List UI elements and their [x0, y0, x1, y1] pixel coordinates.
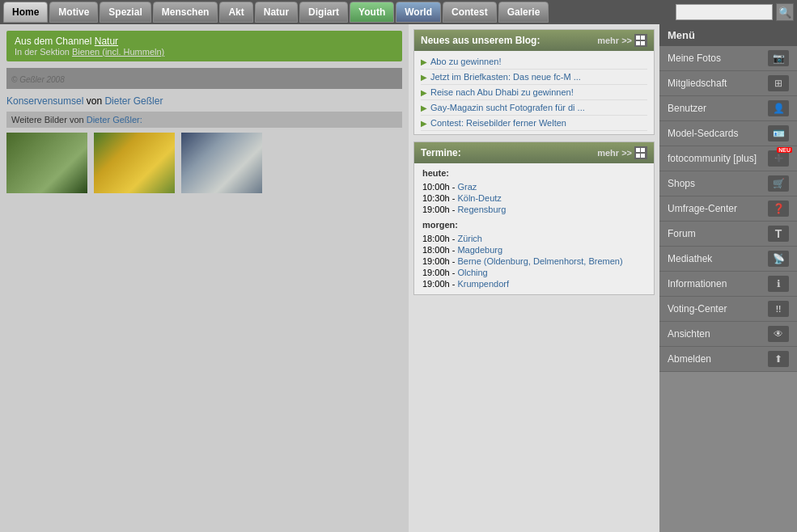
- termine-city-m3[interactable]: Olching: [457, 268, 487, 277]
- sidebar-item-voting[interactable]: Voting-Center !!: [659, 297, 797, 322]
- termine-header: Termine: mehr >>: [414, 142, 654, 163]
- blog-item-2: ▶ Reise nach Abu Dhabi zu gewinnen!: [421, 85, 647, 100]
- termine-city-h2[interactable]: Regensburg: [457, 205, 506, 214]
- nav-tabs: Home Motive Spezial Menschen Akt Natur D…: [3, 2, 549, 23]
- sidebar-label-ansichten: Ansichten: [668, 328, 768, 340]
- blog-link-0[interactable]: Abo zu gewinnen!: [430, 57, 501, 66]
- search-button[interactable]: 🔍: [776, 3, 794, 21]
- section-link[interactable]: Bienen (incl. Hummeln): [72, 47, 164, 57]
- sidebar-item-umfrage[interactable]: Umfrage-Center ❓: [659, 196, 797, 222]
- termine-heute-1: 10:30h - Köln-Deutz: [422, 192, 646, 204]
- termine-city-h1[interactable]: Köln-Deutz: [457, 193, 501, 203]
- sidebar-item-forum[interactable]: Forum T: [659, 222, 797, 247]
- sidebar-icon-ansichten: 👁: [768, 326, 789, 342]
- termine-morgen-2: 19:00h - Berne (Oldenburg, Delmenhorst, …: [422, 255, 646, 267]
- sidebar-icon-model-sedcards: 🪪: [768, 125, 789, 141]
- blog-mehr-label: mehr >>: [597, 36, 632, 45]
- sidebar-item-shops[interactable]: Shops 🛒: [659, 171, 797, 196]
- more-photos-author-link[interactable]: Dieter Geßler:: [87, 115, 142, 125]
- nav-tab-youth[interactable]: Youth: [350, 2, 394, 23]
- arrow-icon-2: ▶: [421, 88, 427, 97]
- heute-label: heute:: [422, 168, 646, 178]
- termine-morgen-3: 19:00h - Olching: [422, 267, 646, 278]
- channel-bar: Aus dem Channel Natur In der Sektion Bie…: [6, 31, 402, 61]
- sidebar-label-fotocommunity: fotocommunity [plus]: [668, 153, 768, 164]
- nav-tab-world[interactable]: World: [396, 2, 441, 23]
- nav-tab-motive[interactable]: Motive: [49, 2, 98, 23]
- termine-city-m2[interactable]: Berne (Oldenburg, Delmenhorst, Bremen): [457, 256, 622, 266]
- termine-grid-icon: [634, 146, 647, 159]
- sidebar-label-forum: Forum: [668, 228, 768, 239]
- sidebar-item-mediathek[interactable]: Mediathek 📡: [659, 247, 797, 272]
- arrow-icon-1: ▶: [421, 73, 427, 82]
- blog-link-2[interactable]: Reise nach Abu Dhabi zu gewinnen!: [430, 87, 574, 97]
- sidebar-label-abmelden: Abmelden: [668, 353, 768, 365]
- section-prefix: In der Sektion: [15, 47, 72, 57]
- nav-tab-contest[interactable]: Contest: [443, 2, 497, 23]
- termine-morgen-4: 19:00h - Krumpendorf: [422, 278, 646, 289]
- author-name-link[interactable]: Dieter Geßler: [104, 95, 163, 107]
- morgen-label: morgen:: [422, 220, 646, 230]
- sidebar-title: Menü: [659, 24, 797, 46]
- sidebar-item-fotocommunity[interactable]: fotocommunity [plus] ➕ NEU: [659, 146, 797, 171]
- nav-tab-akt[interactable]: Akt: [219, 2, 252, 23]
- channel-link[interactable]: Natur: [95, 36, 118, 47]
- blog-link-3[interactable]: Gay-Magazin sucht Fotografen für di ...: [430, 103, 585, 112]
- nav-tab-natur[interactable]: Natur: [255, 2, 298, 23]
- termine-heute-2: 19:00h - Regensburg: [422, 204, 646, 215]
- neu-badge: NEU: [777, 147, 792, 153]
- image-credit: © Geßler 2008: [11, 75, 397, 84]
- search-input[interactable]: [676, 4, 773, 20]
- thumbnails-row: [6, 133, 402, 193]
- top-navigation: Home Motive Spezial Menschen Akt Natur D…: [0, 0, 797, 24]
- termine-time-m2: 19:00h -: [422, 256, 457, 266]
- nav-tab-digiart[interactable]: Digiart: [299, 2, 348, 23]
- termine-city-h0[interactable]: Graz: [457, 182, 477, 192]
- sidebar-icon-mediathek: 📡: [768, 251, 789, 267]
- termine-body: heute: 10:00h - Graz 10:30h - Köln-Deutz…: [414, 163, 654, 294]
- main-image-container: © Geßler 2008: [6, 68, 402, 89]
- thumbnail-2[interactable]: [94, 133, 175, 193]
- sidebar-item-informationen[interactable]: Informationen ℹ: [659, 272, 797, 297]
- nav-tab-galerie[interactable]: Galerie: [498, 2, 549, 23]
- thumbnail-3[interactable]: [181, 133, 262, 193]
- arrow-icon-0: ▶: [421, 57, 427, 66]
- termine-mehr-link[interactable]: mehr >>: [597, 146, 647, 159]
- photo-title-link[interactable]: Konservensumsel: [6, 95, 83, 107]
- blog-title: Neues aus unserem Blog:: [421, 35, 540, 46]
- blog-mehr-link[interactable]: mehr >>: [597, 34, 647, 47]
- sidebar-item-abmelden[interactable]: Abmelden ⬆: [659, 347, 797, 372]
- termine-title: Termine:: [421, 147, 461, 158]
- blog-link-1[interactable]: Jetzt im Briefkasten: Das neue fc-M ...: [430, 72, 581, 82]
- middle-content: Neues aus unserem Blog: mehr >> ▶ Abo zu…: [409, 24, 659, 532]
- sidebar-label-umfrage: Umfrage-Center: [668, 203, 768, 214]
- nav-tab-home[interactable]: Home: [3, 2, 48, 23]
- sidebar-item-model-sedcards[interactable]: Model-Sedcards 🪪: [659, 121, 797, 146]
- sidebar-item-meine-fotos[interactable]: Meine Fotos 📷: [659, 46, 797, 71]
- sidebar-icon-mitgliedschaft: ⊞: [768, 75, 789, 91]
- sidebar-item-benutzer[interactable]: Benutzer 👤: [659, 96, 797, 121]
- search-area: 🔍: [676, 3, 794, 21]
- termine-city-m0[interactable]: Zürich: [457, 234, 482, 243]
- sidebar-icon-fotocommunity: ➕ NEU: [768, 150, 789, 167]
- nav-tab-spezial[interactable]: Spezial: [100, 2, 150, 23]
- blog-item-0: ▶ Abo zu gewinnen!: [421, 54, 647, 70]
- sidebar-icon-umfrage: ❓: [768, 201, 789, 217]
- nav-tab-menschen[interactable]: Menschen: [153, 2, 218, 23]
- termine-time-m0: 18:00h -: [422, 234, 457, 243]
- blog-grid-icon: [634, 34, 647, 47]
- sidebar-label-meine-fotos: Meine Fotos: [668, 53, 768, 64]
- channel-prefix: Aus dem Channel: [15, 36, 95, 47]
- thumbnail-1[interactable]: [6, 133, 87, 193]
- termine-section: Termine: mehr >> heute: 10:00h - Graz 10…: [413, 141, 655, 295]
- blog-item-3: ▶ Gay-Magazin sucht Fotografen für di ..…: [421, 100, 647, 116]
- sidebar-icon-forum: T: [768, 226, 789, 242]
- termine-city-m1[interactable]: Magdeburg: [457, 245, 502, 255]
- blog-link-4[interactable]: Contest: Reisebilder ferner Welten: [430, 118, 566, 128]
- sidebar-icon-abmelden: ⬆: [768, 351, 789, 367]
- sidebar-item-mitgliedschaft[interactable]: Mitgliedschaft ⊞: [659, 71, 797, 96]
- termine-city-m4[interactable]: Krumpendorf: [457, 279, 509, 289]
- arrow-icon-3: ▶: [421, 103, 427, 112]
- sidebar-icon-voting: !!: [768, 301, 789, 317]
- sidebar-item-ansichten[interactable]: Ansichten 👁: [659, 322, 797, 347]
